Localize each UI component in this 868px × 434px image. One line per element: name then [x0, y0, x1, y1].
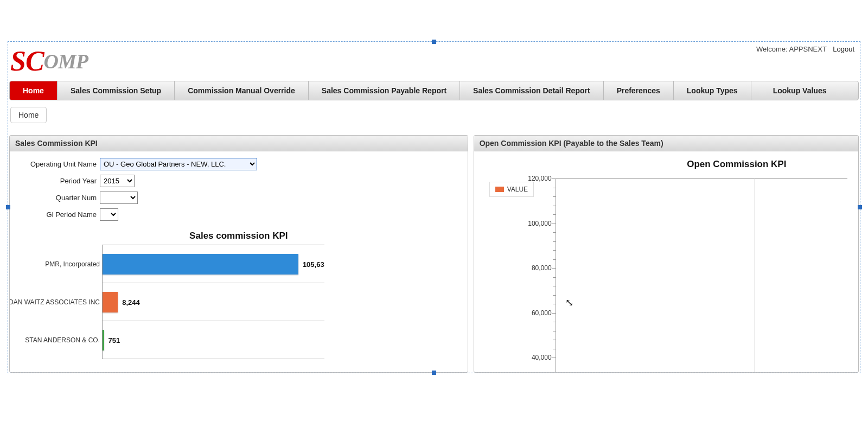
nav-commission-manual-override[interactable]: Commission Manual Override	[175, 81, 309, 100]
y-axis-minor-tick	[553, 250, 556, 251]
gl-period-label: Gl Period Name	[15, 210, 97, 219]
y-axis-major-tick	[552, 358, 556, 358]
logo-gray: OMP	[44, 50, 88, 73]
selection-handle-icon	[432, 371, 436, 375]
y-axis-minor-tick	[553, 277, 556, 278]
user-bar: Welcome: APPSNEXT Logout	[756, 45, 854, 53]
y-axis-minor-tick	[553, 304, 556, 304]
y-axis-minor-tick	[553, 286, 556, 286]
filter-row-quarter-num: Quarter Num	[15, 192, 462, 204]
operating-unit-select[interactable]: OU - Geo Global Partners - NEW, LLC.	[100, 158, 257, 170]
app-frame: Welcome: APPSNEXT Logout SCOMP Home Sale…	[8, 41, 860, 373]
y-axis-minor-tick	[553, 259, 556, 260]
chart-value-label: 751	[108, 336, 120, 344]
filter-row-period-year: Period Year 2015	[15, 175, 462, 187]
y-axis-tick-label: 120,000	[525, 175, 552, 182]
chart-value-label: 8,244	[122, 298, 140, 306]
chart-category-label: PMR, Incorporated	[10, 260, 100, 268]
open-kpi-legend: VALUE	[489, 182, 534, 197]
y-axis-minor-tick	[553, 188, 556, 188]
sales-commission-kpi-body: Operating Unit Name OU - Geo Global Part…	[10, 151, 468, 372]
filter-form: Operating Unit Name OU - Geo Global Part…	[15, 158, 462, 221]
logo-red: SC	[10, 46, 44, 76]
open-commission-kpi-body: Open Commission KPI VALUE 120,000100,000…	[474, 151, 858, 372]
y-axis-tick-label: 60,000	[525, 309, 552, 317]
chart-value-label: 105,63	[303, 260, 324, 268]
open-commission-kpi-title: Open Commission KPI (Payable to the Sale…	[474, 136, 858, 151]
open-kpi-chart-title: Open Commission KPI	[621, 159, 853, 170]
chart-bar-row: DAN WAITZ ASSOCIATES INC8,244	[103, 283, 324, 321]
period-year-select[interactable]: 2015	[100, 175, 135, 187]
open-kpi-y-axis-chart: 120,000100,00080,00060,00040,000	[556, 178, 847, 372]
breadcrumb[interactable]: Home	[10, 107, 47, 123]
quarter-num-label: Quarter Num	[15, 194, 97, 202]
chart-bar-row: STAN ANDERSON & CO.751	[103, 321, 324, 359]
selection-handle-icon	[432, 40, 436, 44]
y-axis-major-tick	[552, 224, 556, 224]
chart-right-gridline	[755, 178, 755, 372]
y-axis-minor-tick	[553, 322, 556, 322]
y-axis-minor-tick	[553, 232, 556, 233]
nav-home[interactable]: Home	[10, 81, 58, 100]
chart-bar	[103, 292, 118, 312]
nav-preferences[interactable]: Preferences	[604, 81, 674, 100]
open-commission-kpi-panel: Open Commission KPI (Payable to the Sale…	[474, 135, 859, 373]
sales-commission-kpi-panel: Sales Commission KPI Operating Unit Name…	[9, 135, 468, 373]
quarter-num-select[interactable]	[100, 192, 138, 204]
y-axis-minor-tick	[553, 295, 556, 296]
gl-period-select[interactable]	[100, 208, 118, 221]
legend-label: VALUE	[507, 186, 528, 193]
operating-unit-label: Operating Unit Name	[15, 160, 97, 168]
chart-bar-row: PMR, Incorporated105,63	[103, 245, 324, 283]
app-logo: SCOMP	[10, 45, 88, 77]
nav-sales-commission-payable-report[interactable]: Sales Commission Payable Report	[309, 81, 460, 100]
selection-handle-icon	[6, 205, 10, 209]
sales-kpi-bar-chart: PMR, Incorporated105,63DAN WAITZ ASSOCIA…	[102, 245, 324, 359]
y-axis-minor-tick	[553, 214, 556, 215]
chart-category-label: STAN ANDERSON & CO.	[10, 336, 100, 344]
nav-sales-commission-detail-report[interactable]: Sales Commission Detail Report	[460, 81, 604, 100]
y-axis-minor-tick	[553, 349, 556, 349]
y-axis-minor-tick	[553, 331, 556, 331]
y-axis-major-tick	[552, 178, 556, 179]
nav-lookup-types[interactable]: Lookup Types	[674, 81, 751, 100]
y-axis-minor-tick	[553, 206, 556, 206]
welcome-label: Welcome:	[756, 45, 788, 53]
y-axis-major-tick	[552, 268, 556, 269]
y-axis-major-tick	[552, 313, 556, 314]
chart-bar	[103, 330, 104, 350]
y-axis-minor-tick	[553, 241, 556, 242]
selection-handle-icon	[858, 205, 862, 209]
logout-link[interactable]: Logout	[833, 45, 854, 53]
filter-row-gl-period: Gl Period Name	[15, 208, 462, 221]
sales-commission-kpi-title: Sales Commission KPI	[10, 136, 468, 151]
main-nav: Home Sales Commission Setup Commission M…	[9, 81, 859, 100]
y-axis-minor-tick	[553, 196, 556, 197]
chart-top-gridline	[556, 178, 847, 179]
dashboard-panels: Sales Commission KPI Operating Unit Name…	[9, 135, 859, 373]
period-year-label: Period Year	[15, 177, 97, 185]
nav-lookup-values[interactable]: Lookup Values	[751, 81, 858, 100]
y-axis-minor-tick	[553, 340, 556, 340]
filter-row-operating-unit: Operating Unit Name OU - Geo Global Part…	[15, 158, 462, 170]
y-axis-tick-label: 40,000	[525, 354, 552, 361]
y-axis-tick-label: 80,000	[525, 264, 552, 272]
y-axis-tick-label: 100,000	[525, 220, 552, 227]
legend-swatch-icon	[495, 187, 504, 192]
chart-category-label: DAN WAITZ ASSOCIATES INC	[10, 298, 100, 306]
sales-kpi-chart-title: Sales commission KPI	[15, 231, 462, 241]
user-name: APPSNEXT	[789, 45, 826, 53]
nav-sales-commission-setup[interactable]: Sales Commission Setup	[58, 81, 175, 100]
chart-bar	[103, 254, 298, 275]
